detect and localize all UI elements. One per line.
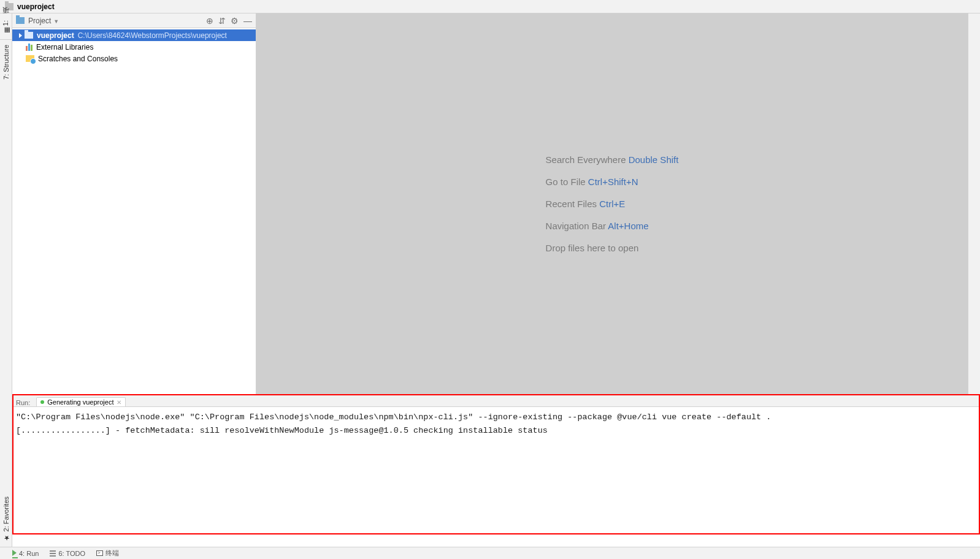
status-terminal-button[interactable]: 终端 <box>96 549 119 558</box>
folder-icon <box>5 3 13 10</box>
running-indicator-icon <box>40 400 44 404</box>
project-view-title[interactable]: Project▼ <box>28 17 206 25</box>
breadcrumb[interactable]: vueproject <box>0 0 980 13</box>
bottom-tool-bar: 4: Run 6: TODO 终端 <box>0 547 980 559</box>
gutter-tab-favorites[interactable]: ★ 2: Favorites <box>1 492 11 547</box>
tree-node-scratches[interactable]: Scratches and Consoles <box>12 53 256 64</box>
run-panel-label: Run: <box>13 399 36 406</box>
locate-icon[interactable]: ⊕ <box>206 16 213 26</box>
run-console-output[interactable]: "C:\Program Files\nodejs\node.exe" "C:\P… <box>13 407 979 533</box>
editor-empty-state[interactable]: Search Everywhere Double Shift Go to Fil… <box>256 13 968 394</box>
project-panel-header[interactable]: Project▼ ⊕ ⇵ ⚙ — <box>12 13 256 28</box>
project-view-icon <box>16 17 25 24</box>
close-tab-icon[interactable]: ✕ <box>117 399 121 406</box>
libraries-icon <box>26 44 33 51</box>
left-tool-gutter: ▦ 1: 项 7: Structure ★ 2: Favorites <box>0 13 12 547</box>
gutter-tab-project[interactable]: ▦ 1: 项 <box>0 13 12 39</box>
run-tool-window: Run: Generating vueproject ✕ "C:\Program… <box>12 394 980 534</box>
folder-icon <box>25 32 33 39</box>
tree-node-root[interactable]: vueproject C:\Users\84624\WebstormProjec… <box>12 29 256 41</box>
chevron-down-icon: ▼ <box>53 18 59 25</box>
status-run-button[interactable]: 4: Run <box>12 550 39 557</box>
expand-arrow-icon[interactable] <box>17 32 23 39</box>
project-tree[interactable]: vueproject C:\Users\84624\WebstormProjec… <box>12 28 256 66</box>
editor-hints: Search Everywhere Double Shift Go to Fil… <box>546 149 679 259</box>
hide-panel-icon[interactable]: — <box>243 16 252 26</box>
tree-node-external-libraries[interactable]: External Libraries <box>12 41 256 53</box>
status-todo-button[interactable]: 6: TODO <box>50 550 85 557</box>
run-configuration-tab[interactable]: Generating vueproject ✕ <box>36 397 126 406</box>
right-tool-gutter <box>968 13 980 394</box>
gear-icon[interactable]: ⚙ <box>231 16 239 26</box>
scratches-icon <box>26 55 34 62</box>
run-icon <box>12 550 17 557</box>
project-gutter-icon: ▦ <box>3 28 9 34</box>
terminal-icon <box>96 550 103 556</box>
breadcrumb-project: vueproject <box>17 2 55 11</box>
collapse-all-icon[interactable]: ⇵ <box>218 16 226 26</box>
project-tool-window: Project▼ ⊕ ⇵ ⚙ — vueprojec <box>12 13 256 394</box>
gutter-tab-structure[interactable]: 7: Structure <box>1 40 11 85</box>
todo-icon <box>50 550 56 557</box>
